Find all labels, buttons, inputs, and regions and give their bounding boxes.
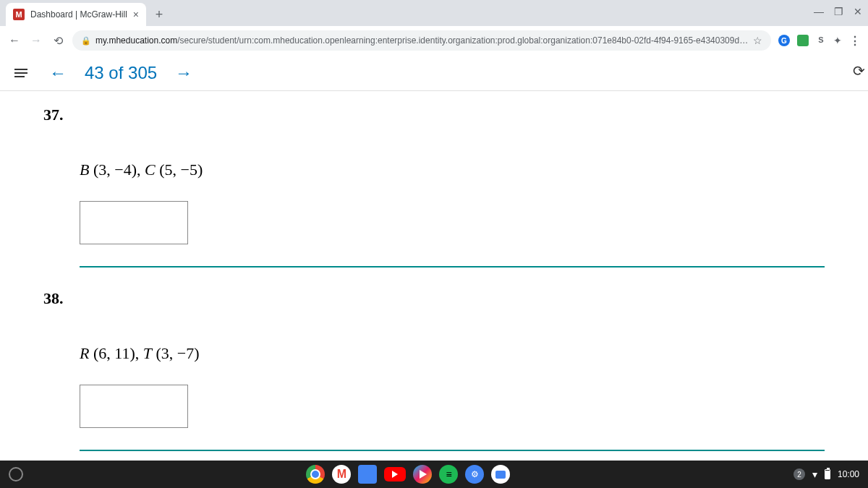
url-text: my.mheducation.com/secure/student/urn:co… — [95, 35, 749, 46]
window-close-icon[interactable]: ✕ — [854, 6, 862, 17]
chrome-icon[interactable] — [306, 465, 325, 484]
wifi-icon[interactable]: ▾ — [812, 468, 817, 480]
question-number: 38. — [43, 289, 825, 308]
docs-icon[interactable] — [358, 465, 377, 484]
refresh-icon[interactable]: ⟳ — [853, 62, 865, 80]
menu-icon[interactable] — [14, 69, 27, 77]
pager-text: 43 of 305 — [85, 63, 157, 83]
question-pager: ← 43 of 305 → — [49, 63, 192, 83]
battery-icon[interactable] — [825, 469, 830, 479]
browser-tab[interactable]: M Dashboard | McGraw-Hill × — [6, 3, 146, 26]
question-divider — [80, 450, 825, 451]
lock-icon: 🔒 — [81, 36, 91, 46]
browser-back-button[interactable]: ← — [7, 34, 22, 47]
extension-s-icon[interactable]: S — [816, 35, 826, 46]
answer-input[interactable] — [80, 201, 188, 244]
browser-menu-icon[interactable]: ⋮ — [849, 34, 861, 48]
extension-green-icon[interactable] — [797, 35, 809, 46]
pager-next-button[interactable]: → — [175, 63, 192, 83]
bookmark-star-icon[interactable]: ☆ — [753, 35, 762, 46]
url-bar[interactable]: 🔒 my.mheducation.com/secure/student/urn:… — [72, 30, 771, 51]
question-38: 38. R (6, 11), T (3, −7) — [43, 289, 825, 428]
extensions-icon[interactable]: ✦ — [833, 35, 842, 46]
play-icon[interactable] — [413, 465, 432, 484]
question-divider — [80, 266, 825, 267]
question-37: 37. B (3, −4), C (5, −5) — [43, 106, 825, 244]
launcher-button[interactable] — [9, 467, 23, 481]
tab-close-icon[interactable]: × — [133, 9, 139, 20]
settings-icon[interactable]: ⚙ — [465, 465, 484, 484]
extension-grammarly-icon[interactable]: G — [778, 35, 790, 46]
taskbar: M ⚙ 2 ▾ 10:00 — [0, 461, 868, 488]
new-tab-button[interactable]: + — [149, 4, 169, 25]
browser-reload-button[interactable]: ⟲ — [51, 34, 65, 48]
notification-badge[interactable]: 2 — [793, 468, 805, 480]
pager-prev-button[interactable]: ← — [49, 63, 67, 83]
clock[interactable]: 10:00 — [838, 469, 859, 479]
window-minimize-icon[interactable]: — — [814, 6, 824, 17]
question-text: R (6, 11), T (3, −7) — [80, 344, 825, 363]
tab-title: Dashboard | McGraw-Hill — [30, 9, 127, 20]
browser-forward-button[interactable]: → — [29, 34, 43, 47]
window-restore-icon[interactable]: ❐ — [834, 6, 843, 17]
tab-favicon: M — [13, 9, 25, 20]
youtube-icon[interactable] — [384, 467, 406, 481]
files-icon[interactable] — [491, 465, 510, 484]
question-text: B (3, −4), C (5, −5) — [80, 160, 825, 179]
gmail-icon[interactable]: M — [332, 465, 351, 484]
spotify-icon[interactable] — [439, 465, 458, 484]
answer-input[interactable] — [80, 385, 188, 428]
question-number: 37. — [43, 106, 825, 124]
